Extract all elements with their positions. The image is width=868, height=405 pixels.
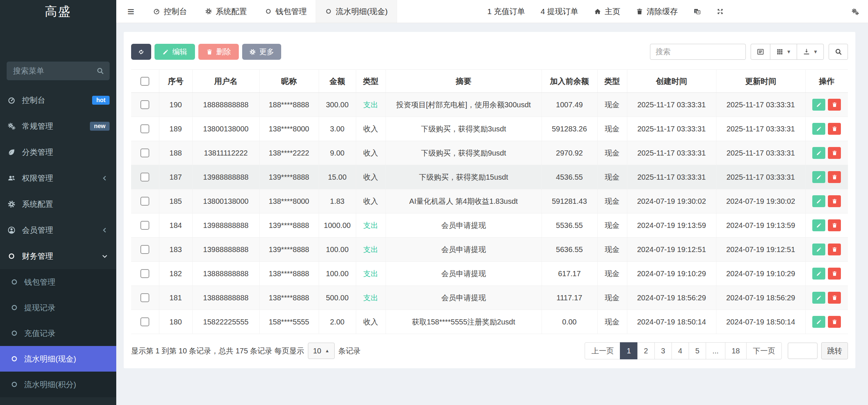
sidebar-item[interactable]: 分类管理	[0, 139, 116, 165]
sidebar-subitem[interactable]: 流水明细(现金)	[0, 346, 116, 372]
table-header-cell[interactable]: 创建时间	[627, 70, 716, 93]
table-row[interactable]: 18015822225555158****55552.00收入获取158****…	[131, 310, 848, 334]
row-edit-button[interactable]	[812, 292, 825, 304]
row-delete-button[interactable]	[828, 171, 841, 183]
row-edit-button[interactable]	[812, 99, 825, 111]
nav-tab[interactable]: 钱包管理	[256, 0, 316, 23]
row-delete-button[interactable]	[828, 292, 841, 304]
page-size-select[interactable]: 10 ▲	[308, 343, 335, 359]
row-delete-button[interactable]	[828, 147, 841, 159]
table-row[interactable]: 18213888888888138****8888100.00支出会员申请提现6…	[131, 262, 848, 286]
navbar-item-clear-cache[interactable]: 清除缓存	[636, 6, 678, 17]
row-checkbox[interactable]	[140, 221, 149, 230]
sidebar-item[interactable]: 系统配置	[0, 191, 116, 217]
table-row[interactable]: 18313988888888139****8888100.00支出会员申请提现5…	[131, 238, 848, 262]
table-header-cell[interactable]: 金额	[319, 70, 356, 93]
table-row[interactable]: 18913800138000138****80003.00收入下级购买，获得奖励…	[131, 117, 848, 141]
row-edit-button[interactable]	[812, 268, 825, 280]
row-checkbox[interactable]	[140, 100, 149, 109]
row-delete-button[interactable]	[828, 99, 841, 111]
page-button[interactable]: 1	[620, 342, 637, 359]
row-delete-button[interactable]	[828, 195, 841, 207]
sidebar-subitem[interactable]: 充值记录	[0, 320, 116, 346]
page-button[interactable]: 2	[637, 342, 655, 359]
row-edit-button[interactable]	[812, 123, 825, 135]
navbar-item-fullscreen[interactable]	[716, 8, 724, 15]
menu-toggle-icon[interactable]: ≡	[127, 6, 134, 17]
row-delete-button[interactable]	[828, 316, 841, 328]
delete-button[interactable]: 删除	[198, 44, 239, 60]
nav-tab[interactable]: 控制台	[144, 0, 196, 23]
settings-gears-icon[interactable]	[851, 0, 859, 23]
navbar-item-home[interactable]: 主页	[594, 6, 620, 17]
detail-view-button[interactable]	[751, 44, 770, 60]
page-button[interactable]: 下一页	[746, 342, 782, 359]
row-delete-button[interactable]	[828, 123, 841, 135]
row-edit-button[interactable]	[812, 244, 825, 255]
row-checkbox[interactable]	[140, 245, 149, 254]
table-header-cell[interactable]: 序号	[159, 70, 192, 93]
row-checkbox[interactable]	[140, 197, 149, 206]
row-delete-button[interactable]	[828, 268, 841, 280]
navbar-item-language[interactable]: 文A	[693, 8, 701, 15]
table-header-cell[interactable]: 更新时间	[716, 70, 805, 93]
sidebar-subitem[interactable]: 流水明细(积分)	[0, 372, 116, 397]
page-button[interactable]: 18	[725, 342, 747, 359]
table-header-cell[interactable]: 昵称	[259, 70, 319, 93]
navbar-item-withdraw-orders[interactable]: 4 提现订单	[540, 6, 578, 17]
table-row[interactable]: 18813811112222138****22229.00收入下级购买，获得奖励…	[131, 141, 848, 165]
table-header-cell[interactable]: 加入前余额	[542, 70, 597, 93]
page-ellipsis[interactable]: ...	[706, 342, 725, 359]
sidebar-item[interactable]: 控制台hot	[0, 87, 116, 113]
refresh-button[interactable]	[131, 44, 151, 60]
row-delete-button[interactable]	[828, 219, 841, 231]
edit-button[interactable]: 编辑	[155, 44, 195, 60]
table-header-cell[interactable]: 摘要	[386, 70, 542, 93]
table-row[interactable]: 18713988888888139****888815.00收入下级购买，获得奖…	[131, 165, 848, 189]
sidebar-subitem[interactable]: 钱包管理	[0, 269, 116, 295]
sidebar-item[interactable]: 会员管理	[0, 217, 116, 243]
row-checkbox[interactable]	[140, 124, 149, 133]
page-button[interactable]: 3	[654, 342, 672, 359]
table-header-cell[interactable]: 用户名	[192, 70, 259, 93]
row-checkbox[interactable]	[140, 293, 149, 302]
page-button[interactable]: 5	[689, 342, 706, 359]
page-jump-input[interactable]	[788, 343, 817, 359]
nav-tab[interactable]: 流水明细(现金)	[316, 0, 397, 23]
row-edit-button[interactable]	[812, 219, 825, 231]
nav-tab[interactable]: 系统配置	[196, 0, 256, 23]
row-edit-button[interactable]	[812, 316, 825, 328]
row-delete-button[interactable]	[828, 244, 841, 255]
export-button[interactable]: ▼	[797, 44, 824, 60]
row-edit-button[interactable]	[812, 195, 825, 207]
row-checkbox[interactable]	[140, 269, 149, 278]
table-row[interactable]: 19018888888888188****8888300.00支出投资项目[村部…	[131, 93, 848, 117]
sidebar-item[interactable]: 权限管理	[0, 165, 116, 191]
select-all-checkbox[interactable]	[140, 77, 149, 86]
row-checkbox[interactable]	[140, 173, 149, 182]
sidebar-search-input[interactable]	[7, 62, 110, 80]
more-button[interactable]: 更多	[242, 44, 281, 60]
row-checkbox[interactable]	[140, 317, 149, 326]
page-jump-button[interactable]: 跳转	[821, 342, 848, 359]
chevron-left-icon	[100, 226, 110, 234]
page-button[interactable]: 上一页	[585, 342, 620, 359]
page-button[interactable]: 4	[672, 342, 689, 359]
table-header-cell[interactable]: 类型	[597, 70, 627, 93]
table-search-input[interactable]	[650, 44, 746, 60]
sidebar-item[interactable]: 财务管理	[0, 243, 116, 269]
row-checkbox[interactable]	[140, 148, 149, 157]
columns-button[interactable]: ▼	[770, 44, 797, 60]
row-edit-button[interactable]	[812, 171, 825, 183]
table-row[interactable]: 18413988888888139****88881000.00支出会员申请提现…	[131, 213, 848, 238]
table-row[interactable]: 18513800138000138****80001.83收入AI量化机器人 第…	[131, 189, 848, 213]
table-header-cell[interactable]: 操作	[805, 70, 848, 93]
navbar-item-recharge-orders[interactable]: 1 充值订单	[487, 6, 525, 17]
sidebar-item[interactable]: 常规管理new	[0, 113, 116, 139]
search-submit-button[interactable]	[829, 44, 848, 60]
sidebar-subitem[interactable]: 提现记录	[0, 295, 116, 320]
app-logo[interactable]: 高盛	[0, 0, 116, 23]
table-row[interactable]: 18113888888888138****8888500.00支出会员申请提现1…	[131, 286, 848, 310]
table-header-cell[interactable]: 类型	[356, 70, 386, 93]
row-edit-button[interactable]	[812, 147, 825, 159]
